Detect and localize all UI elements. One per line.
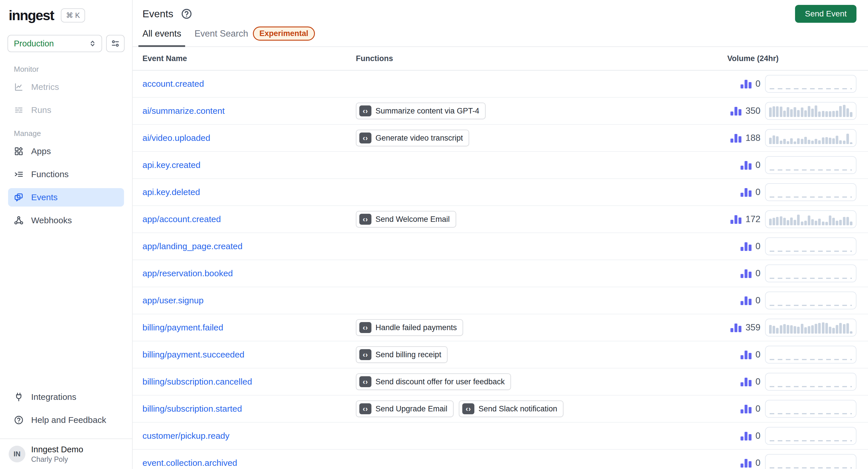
- function-chip[interactable]: ‹›Send billing receipt: [356, 346, 447, 363]
- function-chip[interactable]: ‹›Generate video transcript: [356, 130, 469, 146]
- table-row: billing/payment.succeeded‹›Send billing …: [133, 341, 868, 368]
- plug-icon: [14, 392, 24, 402]
- code-icon: ‹›: [359, 376, 371, 387]
- event-name-link[interactable]: event.collection.archived: [143, 458, 237, 468]
- volume-cell: 172: [702, 210, 868, 228]
- inngest-logo[interactable]: inngest: [9, 7, 54, 23]
- sidebar-item-runs[interactable]: Runs: [8, 101, 124, 119]
- event-name-link[interactable]: ai/video.uploaded: [143, 133, 210, 143]
- table-row: api.key.deleted0: [133, 179, 868, 206]
- sliders-icon: [111, 39, 120, 48]
- function-chip[interactable]: ‹›Send Slack notification: [459, 400, 563, 417]
- event-name-link[interactable]: api.key.created: [143, 160, 200, 170]
- event-name-link[interactable]: billing/subscription.cancelled: [143, 377, 252, 386]
- event-name-link[interactable]: ai/summarize.content: [143, 106, 225, 115]
- column-header-functions: Functions: [356, 54, 702, 63]
- volume-cell: 0: [702, 400, 868, 418]
- volume-count: 0: [755, 458, 761, 468]
- volume-cell: 0: [702, 427, 868, 445]
- volume-cell: 0: [702, 346, 868, 364]
- function-chip[interactable]: ‹›Send Upgrade Email: [356, 400, 454, 417]
- volume-count: 0: [755, 268, 761, 278]
- code-icon: ‹›: [359, 133, 371, 143]
- volume-sparkline: [765, 454, 857, 469]
- volume-count: 0: [755, 187, 761, 197]
- sidebar-item-apps[interactable]: Apps: [8, 142, 124, 161]
- table-header: Event Name Functions Volume (24hr): [133, 47, 868, 71]
- event-name-link[interactable]: app/user.signup: [143, 296, 204, 305]
- column-header-volume: Volume (24hr): [702, 54, 868, 63]
- bar-chart-icon: [741, 187, 752, 197]
- function-chip[interactable]: ‹›Send Welcome Email: [356, 211, 456, 228]
- event-name-link[interactable]: account.created: [143, 79, 204, 89]
- functions-cell: ‹›Summarize content via GPT-4: [356, 103, 702, 119]
- volume-sparkline: [765, 183, 857, 201]
- sidebar: inngest ⌘ K Production Monitor: [0, 0, 133, 469]
- environment-settings-button[interactable]: [106, 35, 125, 52]
- functions-cell: ‹›Send discount offer for user feedback: [356, 373, 702, 390]
- volume-cell: 0: [702, 156, 868, 174]
- bar-chart-icon: [741, 431, 752, 441]
- function-chip-label: Handle failed payments: [375, 323, 457, 332]
- command-palette-shortcut[interactable]: ⌘ K: [61, 8, 85, 23]
- chart-line-icon: [14, 82, 24, 92]
- table-row: app/user.signup0: [133, 287, 868, 314]
- table-row: app/account.created‹›Send Welcome Email1…: [133, 206, 868, 233]
- help-circle-icon[interactable]: [181, 8, 192, 20]
- event-name-link[interactable]: app/account.created: [143, 214, 221, 224]
- table-row: ai/video.uploaded‹›Generate video transc…: [133, 125, 868, 152]
- function-chip[interactable]: ‹›Handle failed payments: [356, 319, 463, 336]
- table-row: ai/summarize.content‹›Summarize content …: [133, 98, 868, 125]
- workspace-selector[interactable]: Production: [7, 35, 102, 52]
- user-menu[interactable]: IN Inngest Demo Charly Poly: [0, 438, 132, 469]
- tab-event-search[interactable]: Event Search Experimental: [190, 28, 319, 47]
- tab-bar: All events Event Search Experimental: [133, 28, 868, 47]
- zero-volume-dashed-line: [770, 169, 852, 171]
- function-chip-label: Generate video transcript: [375, 134, 463, 143]
- volume-sparkline: [765, 237, 857, 255]
- volume-sparkline: [765, 264, 857, 282]
- volume-cell: 0: [702, 183, 868, 201]
- function-chip[interactable]: ‹›Summarize content via GPT-4: [356, 103, 486, 119]
- function-chip-label: Send billing receipt: [375, 350, 441, 359]
- event-name-link[interactable]: billing/subscription.started: [143, 404, 242, 413]
- volume-cell: 0: [702, 292, 868, 309]
- volume-count: 0: [755, 376, 761, 387]
- bar-chart-icon: [741, 376, 752, 387]
- functions-icon: [14, 169, 24, 179]
- apps-icon: [14, 146, 24, 156]
- sidebar-item-webhooks[interactable]: Webhooks: [8, 211, 124, 230]
- code-icon: ‹›: [359, 214, 371, 225]
- experimental-badge: Experimental: [253, 27, 315, 41]
- zero-volume-dashed-line: [770, 467, 852, 468]
- volume-sparkline: [765, 102, 857, 120]
- event-name-link[interactable]: app/landing_page.created: [143, 241, 243, 251]
- tab-all-events[interactable]: All events: [138, 28, 185, 47]
- function-chip[interactable]: ‹›Send discount offer for user feedback: [356, 373, 511, 390]
- function-chip-label: Send Upgrade Email: [375, 404, 447, 413]
- bar-chart-icon: [741, 349, 752, 360]
- send-event-button[interactable]: Send Event: [795, 5, 857, 23]
- bar-chart-icon: [741, 241, 752, 252]
- event-name-link[interactable]: billing/payment.succeeded: [143, 350, 245, 359]
- event-name-link[interactable]: app/reservation.booked: [143, 268, 233, 278]
- sidebar-item-integrations[interactable]: Integrations: [8, 388, 124, 406]
- bar-chart-icon: [741, 458, 752, 468]
- event-name-link[interactable]: customer/pickup.ready: [143, 431, 229, 440]
- sidebar-item-help[interactable]: Help and Feedback: [8, 411, 124, 429]
- function-chip-label: Send Slack notification: [478, 404, 557, 413]
- events-table-body: account.created0ai/summarize.content‹›Su…: [133, 71, 868, 469]
- volume-cell: 0: [702, 373, 868, 391]
- functions-cell: ‹›Generate video transcript: [356, 130, 702, 146]
- volume-cell: 0: [702, 264, 868, 282]
- volume-sparkline: [765, 129, 857, 147]
- sidebar-item-functions[interactable]: Functions: [8, 165, 124, 183]
- volume-cell: 0: [702, 454, 868, 469]
- volume-cell: 0: [702, 237, 868, 255]
- sidebar-item-events[interactable]: Events: [8, 188, 124, 207]
- sidebar-item-metrics[interactable]: Metrics: [8, 78, 124, 96]
- table-row: account.created0: [133, 71, 868, 98]
- event-name-link[interactable]: billing/payment.failed: [143, 323, 223, 332]
- event-name-link[interactable]: api.key.deleted: [143, 187, 200, 197]
- bar-chart-icon: [731, 322, 742, 333]
